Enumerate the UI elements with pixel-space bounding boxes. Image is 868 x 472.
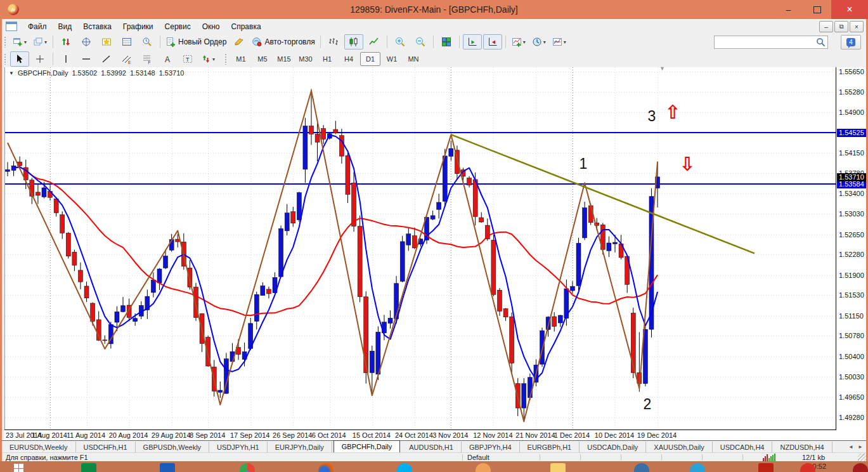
menu-item-Файл[interactable]: Файл [22,20,53,33]
menu-item-Вставка[interactable]: Вставка [77,20,117,33]
tabs-scroll-right-button[interactable]: ► [856,443,865,451]
opera-icon[interactable] [853,463,868,472]
current-price-badge: 1.53710 [837,173,866,181]
zoom-out-button[interactable] [411,34,430,49]
templates-dropdown-icon[interactable]: ▾ [564,39,566,45]
notifications-button[interactable]: 4 [841,35,861,49]
chart-tab-GBPUSDh,Weekly[interactable]: GBPUSDh,Weekly [136,442,210,453]
line-chart-button[interactable] [365,34,384,49]
equidistant-channel-button[interactable]: E [117,51,136,67]
text-label-button[interactable]: T [178,51,197,67]
new-chart-button[interactable]: ▾ [10,34,29,49]
timeframe-M5-button[interactable]: M5 [252,52,273,66]
indicators-button[interactable]: ▾ [509,34,528,49]
chart-tab-EURUSDh,Weekly[interactable]: EURUSDh,Weekly [2,442,76,453]
chart-window-icon[interactable] [6,22,17,31]
timeframe-H1-button[interactable]: H1 [317,52,337,66]
timeframe-M1-button[interactable]: M1 [231,52,251,66]
horizontal-line-button[interactable] [77,51,96,67]
toolbar-grip[interactable] [4,36,7,48]
vertical-line-button[interactable] [56,51,75,67]
zoom-in-button[interactable] [391,34,410,49]
fibonacci-button[interactable]: F [138,51,157,67]
menu-item-Окно[interactable]: Окно [197,20,226,33]
chart-tab-USDCADh,Daily[interactable]: USDCADh,Daily [580,442,646,453]
toolbar-drawing: EFAT▾ M1M5M15M30H1H4D1W1MN [2,51,866,68]
terminal-button[interactable] [117,34,136,49]
chart-shift-button[interactable] [483,34,502,49]
chart-tab-EURGBPh,H1[interactable]: EURGBPh,H1 [520,442,580,453]
periods-button[interactable]: ▾ [529,34,548,49]
chart-tab-EURJPYh,Daily[interactable]: EURJPYh,Daily [268,442,332,453]
arrows-dropdown-icon[interactable]: ▾ [212,56,215,62]
candlestick-chart-button[interactable] [344,34,363,49]
timeframe-MN-button[interactable]: MN [403,52,424,66]
tile-windows-button[interactable] [437,34,456,49]
profiles-button[interactable]: ▾ [30,34,49,49]
menu-item-Сервис[interactable]: Сервис [159,20,197,33]
strategy-tester-button[interactable] [138,34,157,49]
browser-icon[interactable] [476,463,491,472]
legend-collapse-icon[interactable]: ▼ [9,70,14,76]
search-input[interactable] [715,37,816,48]
trendline-button[interactable] [97,51,116,67]
autotrading-button[interactable]: Авто-торговля [250,34,316,49]
search-icon[interactable] [816,37,826,47]
remote-desktop-icon[interactable] [634,463,649,472]
word-icon[interactable] [160,463,175,472]
cursor-button[interactable] [10,51,29,67]
tabs-scroll-left-button[interactable]: ◄ [846,443,855,451]
skype-icon[interactable] [397,463,412,472]
toolbar-grip-2[interactable] [4,53,7,65]
metaeditor-button[interactable] [230,34,249,49]
chart-plot[interactable]: ▼ GBPCHFh,Daily 1.53502 1.53992 1.53148 … [4,67,836,429]
status-profile[interactable]: Default [467,454,489,461]
chart-tab-USDCADh,H4[interactable]: USDCADh,H4 [713,442,773,453]
profiles-icon [33,37,43,47]
menu-item-Вид[interactable]: Вид [53,20,78,33]
date-axis-label: 20 Aug 2014 [109,431,148,439]
chart-tab-AUDUSDh,H1[interactable]: AUDUSDh,H1 [401,442,462,453]
menu-item-Справка[interactable]: Справка [226,20,267,33]
chart-minimize-button[interactable]: – [819,21,833,32]
profiles-dropdown-icon[interactable]: ▾ [44,39,47,45]
chart-restore-button[interactable]: ⧉ [834,21,848,32]
crosshair-button[interactable] [30,51,49,67]
auto-scroll-button[interactable] [463,34,482,49]
toolbar-grip-3[interactable] [224,53,228,65]
market-watch-button[interactable] [56,34,75,49]
chart-tab-GBPCHFh,Daily[interactable]: GBPCHFh,Daily [334,440,400,453]
chrome-icon[interactable] [240,463,255,472]
window-close-button[interactable]: × [831,0,868,19]
start-button[interactable] [14,464,23,472]
chart-tab-NZDUSDh,H4[interactable]: NZDUSDh,H4 [772,442,832,453]
new-chart-dropdown-icon[interactable]: ▾ [24,39,27,45]
arrows-button[interactable]: ▾ [198,51,217,67]
bar-chart-button[interactable] [324,34,343,49]
chart-tab-USDJPYh,H1[interactable]: USDJPYh,H1 [209,442,268,453]
folder-icon[interactable] [550,463,566,472]
chart-tab-XAUUSDh,Daily[interactable]: XAUUSDh,Daily [646,442,712,453]
chart-tab-GBPJPYh,H4[interactable]: GBPJPYh,H4 [462,442,520,453]
new-order-button[interactable]: Новый Ордер [164,34,228,49]
periods-dropdown-icon[interactable]: ▾ [543,39,546,45]
timeframe-M30-button[interactable]: M30 [295,52,316,66]
rainmeter-icon[interactable] [690,463,705,472]
timeframe-H4-button[interactable]: H4 [339,52,359,66]
timeframe-M15-button[interactable]: M15 [274,52,294,66]
chart-close-button[interactable]: × [850,21,864,32]
indicators-dropdown-icon[interactable]: ▾ [523,39,526,45]
data-window-button[interactable] [77,34,96,49]
firefox-icon[interactable] [318,463,334,472]
timeframe-W1-button[interactable]: W1 [382,52,402,66]
navigator-button[interactable] [97,34,116,49]
templates-button[interactable]: ▾ [550,34,569,49]
text-button[interactable]: A [158,51,177,67]
window-minimize-button[interactable]: – [774,0,803,19]
store-icon[interactable] [81,463,96,472]
adobe-icon[interactable] [758,463,774,472]
timeframe-D1-button[interactable]: D1 [360,52,380,66]
chart-tab-USDCHFh,H1[interactable]: USDCHFh,H1 [76,442,136,453]
window-maximize-button[interactable] [803,0,831,19]
menu-item-Графики[interactable]: Графики [117,20,159,33]
